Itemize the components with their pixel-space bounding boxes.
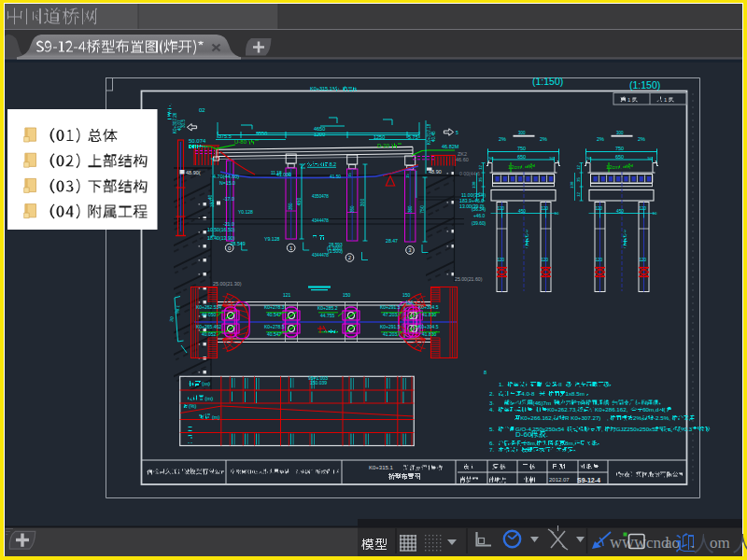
svg-text:41.50: 41.50: [330, 175, 341, 179]
svg-text:K0+265.462: K0+265.462: [196, 324, 221, 329]
svg-text:K0+317.18: K0+317.18: [427, 123, 431, 145]
svg-text:-17.0: -17.0: [223, 196, 234, 202]
svg-text:K0+286.162,: K0+286.162,: [595, 406, 628, 413]
svg-text:46.60: 46.60: [456, 157, 469, 162]
svg-text:120: 120: [542, 258, 549, 262]
svg-text:GJZ250x250x52: GJZ250x250x52: [616, 426, 659, 432]
svg-text:138: 138: [570, 181, 574, 189]
svg-text:25.00(21.30): 25.00(21.30): [213, 281, 242, 287]
svg-text:2012.07: 2012.07: [549, 477, 570, 483]
svg-text:7: 7: [489, 446, 493, 453]
svg-text:40.547: 40.547: [267, 331, 282, 337]
svg-text:50.074: 50.074: [189, 138, 206, 144]
svg-text:K0+304.5: K0+304.5: [418, 324, 439, 329]
svg-text:4.70(44.60): 4.70(44.60): [213, 174, 239, 179]
svg-text:750: 750: [419, 205, 425, 214]
svg-text:Y9.128: Y9.128: [264, 236, 280, 242]
svg-text:K0+291.5: K0+291.5: [380, 324, 401, 329]
svg-text:(1:150): (1:150): [532, 76, 563, 87]
svg-text:,: ,: [601, 426, 603, 432]
svg-text:-28.549: -28.549: [229, 241, 246, 246]
svg-text:450: 450: [518, 209, 526, 214]
svg-text:40: 40: [207, 195, 213, 201]
svg-text:41.830: 41.830: [422, 312, 437, 317]
svg-text:K0+304.5: K0+304.5: [418, 304, 439, 310]
svg-text:4: 4: [489, 406, 493, 413]
svg-text:48.90(: 48.90(: [186, 170, 201, 175]
svg-text:50: 50: [587, 156, 592, 161]
svg-text:50: 50: [648, 156, 653, 161]
svg-text:138: 138: [472, 181, 476, 189]
svg-text:12cm: 12cm: [606, 164, 619, 170]
svg-text:28.593: 28.593: [329, 243, 343, 247]
svg-text:K0+278.5: K0+278.5: [264, 324, 285, 329]
svg-text:K0+262.534: K0+262.534: [196, 304, 221, 310]
svg-text:11.18: 11.18: [271, 171, 282, 175]
svg-text:D-20: D-20: [377, 143, 390, 148]
svg-text:2%: 2%: [597, 136, 604, 142]
svg-text:(%): (%): [189, 403, 196, 409]
svg-text:150.039: 150.039: [310, 380, 327, 385]
svg-text:25.00(21.60): 25.00(21.60): [455, 276, 483, 282]
svg-text:K0+315.1: K0+315.1: [369, 465, 394, 470]
svg-text:8m,: 8m,: [565, 440, 575, 446]
svg-text:-II: -II: [557, 381, 562, 387]
svg-text:3: 3: [489, 399, 493, 406]
svg-text:650: 650: [517, 154, 526, 160]
svg-text:40.050: 40.050: [202, 312, 217, 317]
svg-text:360: 360: [408, 205, 413, 213]
svg-text:8.2: 8.2: [330, 161, 337, 167]
svg-text:4.0-8: 4.0-8: [521, 390, 535, 397]
svg-text:120: 120: [640, 206, 647, 211]
svg-text:50: 50: [550, 156, 555, 161]
svg-text:28.47: 28.47: [386, 238, 398, 244]
svg-text:40A: 40A: [405, 300, 415, 305]
svg-text:K0+262.73,: K0+262.73,: [547, 406, 577, 413]
svg-text:(1:150): (1:150): [629, 79, 660, 91]
svg-text:-21.0: -21.0: [223, 221, 234, 227]
svg-text:K0+266.162,: K0+266.162,: [520, 414, 554, 421]
svg-text:1: 1: [499, 381, 502, 387]
svg-text:0.3: 0.3: [684, 426, 693, 432]
svg-text:350: 350: [289, 203, 293, 210]
svg-text:1250: 1250: [374, 134, 385, 140]
svg-text:+46.0: +46.0: [473, 214, 485, 218]
svg-text:(36.34): (36.34): [472, 207, 486, 212]
svg-text:12: 12: [478, 192, 483, 197]
svg-text:4344478: 4344478: [312, 253, 329, 258]
svg-text:2%: 2%: [638, 136, 645, 142]
svg-text:46.82M: 46.82M: [442, 144, 459, 149]
svg-text:750: 750: [517, 146, 526, 151]
svg-text:(46)7m: (46)7m: [533, 399, 552, 406]
svg-text:2%: 2%: [540, 136, 547, 142]
svg-text:2: 2: [489, 390, 493, 397]
svg-text:5: 5: [456, 130, 458, 135]
svg-text:15: 15: [347, 173, 352, 177]
svg-text:41.830: 41.830: [422, 331, 437, 337]
svg-text:15: 15: [405, 174, 410, 178]
svg-text:12: 12: [576, 165, 581, 170]
svg-text:300: 300: [518, 131, 526, 135]
svg-text:150: 150: [402, 292, 411, 298]
svg-text:,: ,: [607, 414, 609, 421]
svg-text:30.5: 30.5: [181, 119, 186, 128]
svg-text:(1:500): (1:500): [328, 248, 343, 254]
svg-text:35: 35: [478, 177, 483, 182]
svg-text:12: 12: [478, 165, 483, 170]
svg-text:02: 02: [199, 107, 205, 113]
svg-text:650: 650: [615, 154, 624, 160]
svg-text:R K0+307.27): R K0+307.27): [565, 414, 600, 421]
svg-text:44.755: 44.755: [320, 313, 335, 318]
svg-text:121: 121: [283, 292, 291, 298]
svg-text:10.50(16.50): 10.50(16.50): [207, 227, 235, 232]
svg-text:350: 350: [350, 205, 355, 213]
svg-text:41.203: 41.203: [383, 331, 398, 337]
svg-text:4350478: 4350478: [312, 194, 329, 199]
svg-text:Y0.128: Y0.128: [238, 209, 253, 215]
svg-text:3550: 3550: [256, 131, 267, 136]
svg-text:5: 5: [489, 426, 493, 432]
svg-text:120: 120: [596, 206, 603, 211]
svg-text:120: 120: [498, 206, 505, 211]
svg-text:48.90: 48.90: [429, 169, 442, 175]
svg-text:2%,: 2%,: [633, 414, 643, 421]
